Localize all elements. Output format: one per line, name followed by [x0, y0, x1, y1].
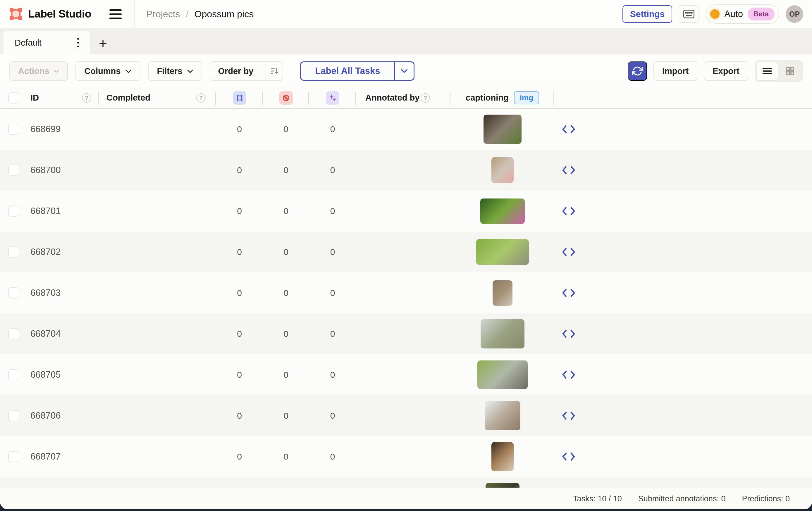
task-id: 668707 — [29, 436, 99, 477]
row-checkbox[interactable] — [8, 288, 19, 298]
column-annotated-by-label[interactable]: Annotated by — [365, 93, 419, 102]
column-captioning-label[interactable]: captioning — [466, 93, 509, 102]
row-checkbox[interactable] — [8, 164, 19, 176]
auto-toggle[interactable]: Auto Beta — [705, 4, 779, 24]
keyboard-shortcuts-button[interactable] — [678, 5, 699, 23]
actions-button[interactable]: Actions — [9, 61, 68, 81]
label-studio-logo-icon — [9, 7, 23, 21]
predictions-count-value: 0 — [309, 232, 356, 272]
menu-icon[interactable] — [109, 7, 126, 21]
predictions-column-icon[interactable] — [326, 91, 339, 104]
task-thumbnail[interactable] — [476, 239, 529, 265]
label-all-tasks-dropdown[interactable] — [394, 62, 414, 80]
app-window: Label Studio Projects / Opossum pics Set… — [0, 0, 812, 509]
export-button[interactable]: Export — [704, 61, 748, 81]
row-checkbox[interactable] — [8, 328, 19, 339]
task-id: 668703 — [29, 272, 99, 313]
cancelled-annotations-value: 0 — [263, 313, 309, 354]
column-id-label[interactable]: ID — [30, 93, 39, 102]
column-completed-label[interactable]: Completed — [107, 93, 150, 102]
row-checkbox[interactable] — [8, 369, 19, 380]
grid-view-icon — [785, 66, 795, 76]
row-checkbox[interactable] — [8, 206, 19, 217]
filters-button[interactable]: Filters — [148, 61, 202, 81]
predictions-count: Predictions: 0 — [742, 494, 790, 503]
open-source-view-icon[interactable] — [554, 232, 583, 272]
open-source-view-icon[interactable] — [554, 436, 583, 477]
open-source-view-icon[interactable] — [554, 395, 583, 436]
open-source-view-icon[interactable] — [554, 313, 583, 354]
task-id — [29, 477, 99, 488]
order-by-button[interactable]: Order by — [210, 61, 283, 81]
task-thumbnail[interactable] — [480, 199, 525, 224]
row-checkbox[interactable] — [8, 246, 19, 258]
annotated-by-value — [356, 150, 451, 190]
list-view-button[interactable] — [757, 62, 778, 80]
annotated-by-value — [356, 354, 451, 395]
user-avatar[interactable]: OP — [786, 5, 803, 23]
open-source-view-icon[interactable] — [554, 150, 583, 190]
task-id: 668700 — [29, 150, 99, 190]
annotations-count-value: 0 — [216, 190, 263, 232]
breadcrumb-projects[interactable]: Projects — [146, 9, 180, 20]
breadcrumb: Projects / Opossum pics — [146, 9, 254, 20]
refresh-button[interactable] — [628, 61, 647, 81]
app-name: Label Studio — [28, 8, 91, 20]
tab-default[interactable]: Default — [3, 31, 90, 54]
open-source-view-icon[interactable] — [554, 272, 583, 313]
task-completed — [99, 272, 216, 313]
filters-label: Filters — [157, 66, 182, 76]
open-source-view-icon[interactable] — [554, 190, 583, 232]
task-id: 668705 — [29, 354, 99, 395]
row-checkbox[interactable] — [8, 124, 19, 135]
annotations-count-value: 0 — [216, 436, 263, 477]
select-all-checkbox[interactable] — [8, 92, 19, 103]
open-source-view-icon[interactable] — [554, 354, 583, 395]
cancelled-annotations-column-icon[interactable] — [279, 91, 293, 104]
task-thumbnail[interactable] — [481, 319, 524, 349]
submitted-annotations-count: Submitted annotations: 0 — [638, 494, 726, 503]
task-id: 668699 — [29, 109, 99, 150]
task-thumbnail[interactable] — [485, 401, 520, 430]
cancelled-annotations-value: 0 — [263, 109, 309, 150]
help-icon[interactable]: ? — [196, 93, 206, 102]
help-icon[interactable]: ? — [420, 93, 430, 102]
app-logo[interactable]: Label Studio — [9, 7, 91, 21]
annotations-count-column-icon[interactable] — [233, 91, 246, 104]
export-label: Export — [713, 66, 740, 76]
auto-status-dot — [710, 9, 720, 19]
refresh-icon — [632, 66, 643, 76]
grid-view-button[interactable] — [780, 62, 801, 80]
annotated-by-value — [356, 109, 451, 150]
tab-options-kebab-icon[interactable] — [75, 36, 81, 50]
settings-button[interactable]: Settings — [622, 5, 672, 23]
cancelled-annotations-value: 0 — [263, 354, 309, 395]
table-row: 668700000 — [0, 150, 812, 190]
row-checkbox[interactable] — [8, 410, 19, 421]
task-thumbnail[interactable] — [491, 157, 514, 183]
chevron-down-icon — [54, 69, 59, 73]
task-thumbnail[interactable] — [484, 115, 522, 144]
task-thumbnail[interactable] — [477, 360, 528, 389]
tasks-count: Tasks: 10 / 10 — [573, 494, 622, 503]
columns-button[interactable]: Columns — [76, 61, 140, 81]
task-thumbnail[interactable] — [493, 280, 513, 306]
import-button[interactable]: Import — [654, 61, 697, 81]
task-thumbnail[interactable] — [486, 483, 520, 488]
beta-badge: Beta — [748, 8, 775, 21]
add-tab-button[interactable]: + — [94, 34, 112, 52]
breadcrumb-separator: / — [186, 9, 188, 20]
help-icon[interactable]: ? — [82, 93, 91, 102]
task-id: 668706 — [29, 395, 99, 436]
open-source-view-icon[interactable] — [554, 477, 583, 488]
task-thumbnail[interactable] — [491, 442, 514, 471]
task-completed — [99, 109, 216, 150]
cancelled-annotations-value: 0 — [263, 150, 309, 190]
task-id: 668702 — [29, 232, 99, 272]
open-source-view-icon[interactable] — [554, 109, 583, 150]
sort-direction-icon[interactable] — [266, 62, 283, 80]
row-checkbox[interactable] — [8, 451, 19, 462]
label-all-tasks-button[interactable]: Label All Tasks — [300, 61, 414, 81]
predictions-count-value: 0 — [309, 354, 356, 395]
chevron-down-icon — [187, 69, 193, 73]
